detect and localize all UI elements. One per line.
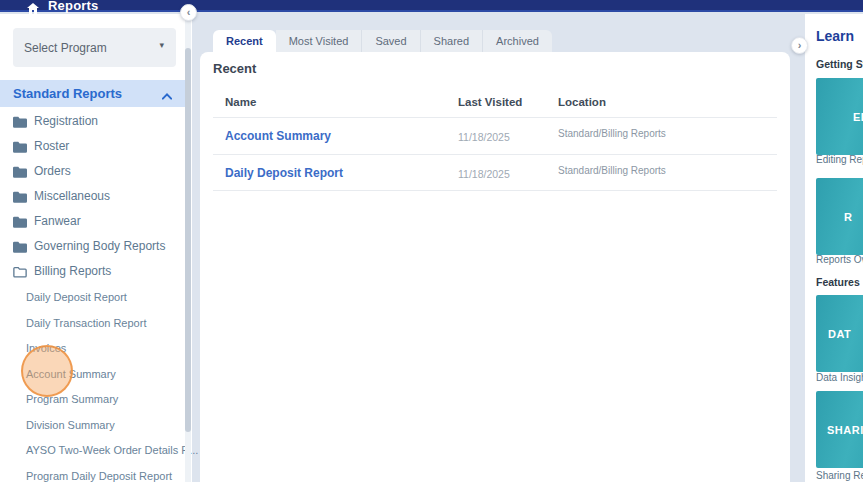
learn-card-overlay-text: EDITI xyxy=(853,111,863,123)
page-title: Reports xyxy=(48,0,99,12)
learn-card-caption: Data Insights xyxy=(816,372,863,383)
column-header-name: Name xyxy=(225,96,256,108)
folder-label: Billing Reports xyxy=(34,264,111,278)
folder-icon xyxy=(13,114,27,132)
tab-saved[interactable]: Saved xyxy=(361,30,419,52)
reports-page: Reports ‹ › Select Program ▾ Standard Re… xyxy=(0,0,863,482)
report-link-daily-deposit-report[interactable]: Daily Deposit Report xyxy=(225,166,343,180)
learn-card-reports-overview[interactable]: R xyxy=(816,178,863,255)
tab-shared[interactable]: Shared xyxy=(420,30,482,52)
learn-card-editing-reports[interactable]: EDITI xyxy=(816,78,863,155)
collapse-sidebar-button[interactable]: ‹ xyxy=(180,4,197,21)
row-divider xyxy=(213,117,777,118)
learn-card-overlay-text: R xyxy=(844,211,852,223)
sidebar-item-invoices[interactable]: Invoices xyxy=(26,342,181,356)
folder-icon xyxy=(13,189,27,207)
sidebar-item-roster[interactable]: Roster xyxy=(0,136,186,158)
sidebar-item-account-summary[interactable]: Account Summary xyxy=(26,368,181,382)
folder-icon xyxy=(13,164,27,182)
chevron-up-icon xyxy=(162,86,172,104)
sidebar-item-orders[interactable]: Orders xyxy=(0,161,186,183)
sidebar-section-standard-reports[interactable]: Standard Reports xyxy=(0,80,186,107)
sidebar-item-registration[interactable]: Registration xyxy=(0,111,186,133)
row-divider xyxy=(213,190,777,191)
last-visited-value: 11/18/2025 xyxy=(458,168,510,180)
chevron-left-icon: ‹ xyxy=(187,6,191,18)
last-visited-value: 11/18/2025 xyxy=(458,131,510,143)
learn-title: Learn xyxy=(816,28,854,44)
sidebar-item-daily-deposit-report[interactable]: Daily Deposit Report xyxy=(26,291,181,305)
tab-archived[interactable]: Archived xyxy=(482,30,552,52)
sidebar-item-miscellaneous[interactable]: Miscellaneous xyxy=(0,186,186,208)
folder-icon xyxy=(13,214,27,232)
folder-label: Governing Body Reports xyxy=(34,239,165,253)
sidebar-item-daily-transaction-report[interactable]: Daily Transaction Report xyxy=(26,317,181,331)
column-header-last-visited: Last Visited xyxy=(458,96,522,108)
expand-learn-panel-button[interactable]: › xyxy=(791,37,808,54)
location-value: Standard/Billing Reports xyxy=(558,128,666,139)
learn-card-overlay-text: SHARI xyxy=(827,424,863,436)
learn-card-caption: Editing Repor xyxy=(816,154,863,165)
sidebar-item-program-summary[interactable]: Program Summary xyxy=(26,393,181,407)
learn-section-features: Features xyxy=(816,276,860,288)
sidebar-scrollbar-thumb[interactable] xyxy=(185,48,191,432)
sidebar-item-governing-body-reports[interactable]: Governing Body Reports xyxy=(0,236,186,258)
program-select-dropdown[interactable]: Select Program ▾ xyxy=(13,28,176,67)
sidebar-item-program-daily-deposit-report[interactable]: Program Daily Deposit Report xyxy=(26,470,181,482)
section-label: Standard Reports xyxy=(13,86,122,101)
home-icon[interactable] xyxy=(27,0,39,11)
tab-recent[interactable]: Recent xyxy=(213,30,276,52)
location-value: Standard/Billing Reports xyxy=(558,165,666,176)
learn-card-caption: Sharing Repor xyxy=(816,470,863,481)
sidebar-item-fanwear[interactable]: Fanwear xyxy=(0,211,186,233)
report-link-account-summary[interactable]: Account Summary xyxy=(225,129,331,143)
row-divider xyxy=(213,154,777,155)
folder-label: Orders xyxy=(34,164,71,178)
column-header-location: Location xyxy=(558,96,606,108)
sidebar-item-billing-reports[interactable]: Billing Reports xyxy=(0,261,186,283)
reports-sidebar: Select Program ▾ Standard Reports Regist… xyxy=(0,14,192,482)
learn-card-data-insights[interactable]: DAT xyxy=(816,295,863,372)
folder-icon xyxy=(13,239,27,257)
learn-card-caption: Reports Overv xyxy=(816,254,863,265)
program-select-value: Select Program xyxy=(24,41,107,55)
recent-reports-panel: Recent Name Last Visited Location Accoun… xyxy=(200,52,790,482)
folder-icon xyxy=(13,139,27,157)
folder-open-icon xyxy=(13,264,27,282)
panel-heading: Recent xyxy=(213,61,256,76)
sidebar-item-division-summary[interactable]: Division Summary xyxy=(26,419,181,433)
caret-down-icon: ▾ xyxy=(159,40,164,50)
learn-card-sharing-reports[interactable]: SHARI xyxy=(816,391,863,468)
sidebar-item-ayso-two-week-order-details[interactable]: AYSO Two-Week Order Details R... xyxy=(26,444,181,458)
folder-label: Registration xyxy=(34,114,98,128)
reports-tabbar: Recent Most Visited Saved Shared Archive… xyxy=(213,30,552,52)
learn-section-getting-started: Getting Star xyxy=(816,58,863,70)
folder-label: Miscellaneous xyxy=(34,189,110,203)
folder-label: Roster xyxy=(34,139,69,153)
tab-most-visited[interactable]: Most Visited xyxy=(276,30,362,52)
learn-card-overlay-text: DAT xyxy=(828,328,851,340)
learn-panel: Learn Getting Star EDITI Editing Repor R… xyxy=(805,14,863,482)
top-navbar: Reports xyxy=(0,0,863,12)
folder-label: Fanwear xyxy=(34,214,81,228)
chevron-right-icon: › xyxy=(798,39,802,51)
